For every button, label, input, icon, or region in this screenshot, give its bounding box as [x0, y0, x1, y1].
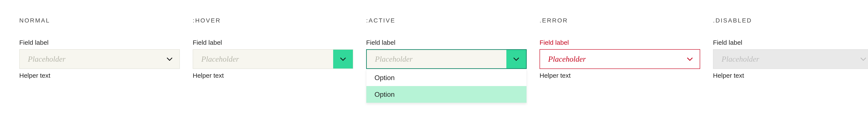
state-heading-active: :ACTIVE: [366, 17, 527, 24]
chevron-down-icon: [860, 57, 866, 61]
state-heading-disabled: .DISABLED: [713, 17, 868, 24]
select-hover[interactable]: Placeholder: [193, 49, 353, 69]
select-normal[interactable]: Placeholder: [19, 49, 180, 69]
state-normal: NORMAL Field label Placeholder Helper te…: [19, 17, 180, 103]
chevron-box: [333, 50, 353, 68]
chevron-down-icon: [687, 57, 693, 61]
state-disabled: .DISABLED Field label Placeholder Helper…: [713, 17, 868, 103]
state-heading-hover: :HOVER: [193, 17, 353, 24]
field-label-error: Field label: [539, 39, 700, 46]
select-placeholder: Placeholder: [20, 55, 160, 64]
state-hover: :HOVER Field label Placeholder Helper te…: [193, 17, 353, 103]
chevron-box: [506, 50, 526, 68]
select-error[interactable]: Placeholder: [539, 49, 700, 69]
chevron-down-icon: [513, 57, 519, 61]
select-disabled: Placeholder: [713, 49, 868, 69]
field-label: Field label: [19, 39, 180, 46]
select-placeholder: Placeholder: [713, 55, 854, 64]
field-label: Field label: [713, 39, 868, 46]
select-placeholder: Placeholder: [367, 55, 506, 64]
field-label: Field label: [193, 39, 353, 46]
select-active[interactable]: Placeholder: [366, 49, 527, 69]
state-heading-normal: NORMAL: [19, 17, 180, 24]
helper-text: Helper text: [713, 72, 868, 79]
select-option-highlighted[interactable]: Option: [366, 86, 527, 103]
select-dropdown: Option Option: [366, 69, 527, 103]
helper-text: Helper text: [19, 72, 180, 79]
chevron-box: [680, 50, 700, 68]
chevron-box: [160, 50, 179, 68]
state-heading-error: .ERROR: [539, 17, 700, 24]
select-option[interactable]: Option: [366, 69, 527, 86]
state-active: :ACTIVE Field label Placeholder Option O…: [366, 17, 527, 103]
select-placeholder: Placeholder: [540, 55, 680, 64]
field-label: Field label: [366, 39, 527, 46]
chevron-box: [854, 50, 868, 68]
select-placeholder: Placeholder: [193, 55, 333, 64]
state-error: .ERROR Field label Placeholder Helper te…: [539, 17, 700, 103]
chevron-down-icon: [166, 57, 173, 61]
helper-text: Helper text: [539, 72, 700, 79]
chevron-down-icon: [340, 57, 346, 61]
helper-text: Helper text: [193, 72, 353, 79]
